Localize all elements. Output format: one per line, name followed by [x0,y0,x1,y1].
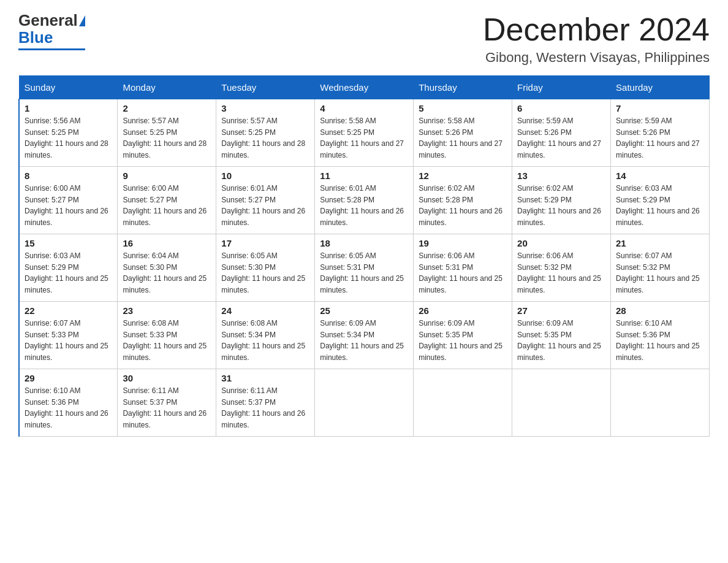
day-info: Sunrise: 6:08 AMSunset: 5:34 PMDaylight:… [221,318,309,363]
day-info: Sunrise: 6:01 AMSunset: 5:28 PMDaylight:… [320,183,408,228]
day-number: 10 [221,170,309,181]
logo-general-text: General [18,12,78,28]
day-info: Sunrise: 6:10 AMSunset: 5:36 PMDaylight:… [25,385,112,431]
day-number: 13 [517,170,605,181]
day-number: 31 [221,373,309,383]
calendar-cell: 10Sunrise: 6:01 AMSunset: 5:27 PMDayligh… [216,167,315,234]
calendar-cell: 31Sunrise: 6:11 AMSunset: 5:37 PMDayligh… [216,369,315,437]
calendar-cell: 17Sunrise: 6:05 AMSunset: 5:30 PMDayligh… [216,234,315,302]
logo-triangle-icon [79,15,85,26]
weekday-header-thursday: Thursday [414,76,512,99]
calendar-cell: 27Sunrise: 6:09 AMSunset: 5:35 PMDayligh… [512,302,611,369]
day-number: 4 [320,103,408,113]
day-number: 16 [123,238,211,248]
day-number: 19 [419,238,507,248]
calendar-cell [414,369,512,437]
day-number: 8 [25,170,112,181]
location-subtitle: Gibong, Western Visayas, Philippines [483,50,710,66]
calendar-cell: 12Sunrise: 6:02 AMSunset: 5:28 PMDayligh… [414,167,512,234]
calendar-cell: 15Sunrise: 6:03 AMSunset: 5:29 PMDayligh… [19,234,118,302]
day-info: Sunrise: 6:08 AMSunset: 5:33 PMDaylight:… [123,318,211,363]
weekday-header-wednesday: Wednesday [315,76,414,99]
calendar-cell: 7Sunrise: 5:59 AMSunset: 5:26 PMDaylight… [611,99,710,167]
day-info: Sunrise: 6:03 AMSunset: 5:29 PMDaylight:… [25,250,112,296]
calendar-cell: 13Sunrise: 6:02 AMSunset: 5:29 PMDayligh… [512,167,611,234]
day-info: Sunrise: 6:07 AMSunset: 5:33 PMDaylight:… [25,318,112,363]
calendar-cell [611,369,710,437]
day-number: 1 [25,103,112,113]
day-number: 29 [25,373,112,383]
calendar-cell [315,369,414,437]
day-number: 3 [221,103,309,113]
day-info: Sunrise: 6:11 AMSunset: 5:37 PMDaylight:… [221,385,309,431]
day-number: 6 [517,103,605,113]
day-info: Sunrise: 6:09 AMSunset: 5:34 PMDaylight:… [320,318,408,363]
calendar-cell [512,369,611,437]
day-info: Sunrise: 5:57 AMSunset: 5:25 PMDaylight:… [221,115,309,161]
day-info: Sunrise: 5:59 AMSunset: 5:26 PMDaylight:… [616,115,704,161]
calendar-cell: 24Sunrise: 6:08 AMSunset: 5:34 PMDayligh… [216,302,315,369]
day-info: Sunrise: 5:56 AMSunset: 5:25 PMDaylight:… [25,115,112,161]
calendar-cell: 30Sunrise: 6:11 AMSunset: 5:37 PMDayligh… [118,369,216,437]
calendar-cell: 8Sunrise: 6:00 AMSunset: 5:27 PMDaylight… [19,167,118,234]
day-number: 7 [616,103,704,113]
weekday-header-monday: Monday [118,76,216,99]
calendar-table: SundayMondayTuesdayWednesdayThursdayFrid… [18,75,710,437]
title-section: December 2024 Gibong, Western Visayas, P… [483,12,710,66]
day-info: Sunrise: 6:10 AMSunset: 5:36 PMDaylight:… [616,318,704,363]
day-info: Sunrise: 6:09 AMSunset: 5:35 PMDaylight:… [419,318,507,363]
day-number: 11 [320,170,408,181]
calendar-week-row: 1Sunrise: 5:56 AMSunset: 5:25 PMDaylight… [19,99,710,167]
day-info: Sunrise: 6:04 AMSunset: 5:30 PMDaylight:… [123,250,211,296]
day-number: 24 [221,305,309,316]
calendar-week-row: 22Sunrise: 6:07 AMSunset: 5:33 PMDayligh… [19,302,710,369]
month-year-title: December 2024 [483,12,710,47]
calendar-cell: 3Sunrise: 5:57 AMSunset: 5:25 PMDaylight… [216,99,315,167]
day-info: Sunrise: 6:03 AMSunset: 5:29 PMDaylight:… [616,183,704,228]
day-number: 22 [25,305,112,316]
day-info: Sunrise: 5:58 AMSunset: 5:25 PMDaylight:… [320,115,408,161]
calendar-cell: 21Sunrise: 6:07 AMSunset: 5:32 PMDayligh… [611,234,710,302]
calendar-cell: 25Sunrise: 6:09 AMSunset: 5:34 PMDayligh… [315,302,414,369]
day-number: 20 [517,238,605,248]
day-number: 30 [123,373,211,383]
day-number: 9 [123,170,211,181]
logo-underline [18,48,85,50]
calendar-cell: 9Sunrise: 6:00 AMSunset: 5:27 PMDaylight… [118,167,216,234]
day-info: Sunrise: 6:09 AMSunset: 5:35 PMDaylight:… [517,318,605,363]
day-info: Sunrise: 6:01 AMSunset: 5:27 PMDaylight:… [221,183,309,228]
calendar-cell: 14Sunrise: 6:03 AMSunset: 5:29 PMDayligh… [611,167,710,234]
day-number: 27 [517,305,605,316]
weekday-header-friday: Friday [512,76,611,99]
calendar-cell: 23Sunrise: 6:08 AMSunset: 5:33 PMDayligh… [118,302,216,369]
weekday-header-sunday: Sunday [19,76,118,99]
calendar-week-row: 8Sunrise: 6:00 AMSunset: 5:27 PMDaylight… [19,167,710,234]
day-info: Sunrise: 5:59 AMSunset: 5:26 PMDaylight:… [517,115,605,161]
day-number: 21 [616,238,704,248]
calendar-cell: 19Sunrise: 6:06 AMSunset: 5:31 PMDayligh… [414,234,512,302]
day-number: 15 [25,238,112,248]
logo-blue-text: Blue [18,28,53,47]
calendar-cell: 5Sunrise: 5:58 AMSunset: 5:26 PMDaylight… [414,99,512,167]
day-info: Sunrise: 5:57 AMSunset: 5:25 PMDaylight:… [123,115,211,161]
page-header: General Blue December 2024 Gibong, Weste… [18,12,710,66]
day-number: 14 [616,170,704,181]
day-number: 28 [616,305,704,316]
day-info: Sunrise: 6:05 AMSunset: 5:31 PMDaylight:… [320,250,408,296]
day-info: Sunrise: 6:00 AMSunset: 5:27 PMDaylight:… [25,183,112,228]
day-info: Sunrise: 6:11 AMSunset: 5:37 PMDaylight:… [123,385,211,431]
day-number: 23 [123,305,211,316]
logo: General Blue [18,12,85,50]
calendar-week-row: 29Sunrise: 6:10 AMSunset: 5:36 PMDayligh… [19,369,710,437]
day-info: Sunrise: 5:58 AMSunset: 5:26 PMDaylight:… [419,115,507,161]
day-info: Sunrise: 6:06 AMSunset: 5:31 PMDaylight:… [419,250,507,296]
calendar-cell: 22Sunrise: 6:07 AMSunset: 5:33 PMDayligh… [19,302,118,369]
day-number: 25 [320,305,408,316]
calendar-cell: 20Sunrise: 6:06 AMSunset: 5:32 PMDayligh… [512,234,611,302]
calendar-cell: 4Sunrise: 5:58 AMSunset: 5:25 PMDaylight… [315,99,414,167]
calendar-cell: 2Sunrise: 5:57 AMSunset: 5:25 PMDaylight… [118,99,216,167]
day-info: Sunrise: 6:05 AMSunset: 5:30 PMDaylight:… [221,250,309,296]
calendar-week-row: 15Sunrise: 6:03 AMSunset: 5:29 PMDayligh… [19,234,710,302]
day-number: 12 [419,170,507,181]
weekday-header-tuesday: Tuesday [216,76,315,99]
